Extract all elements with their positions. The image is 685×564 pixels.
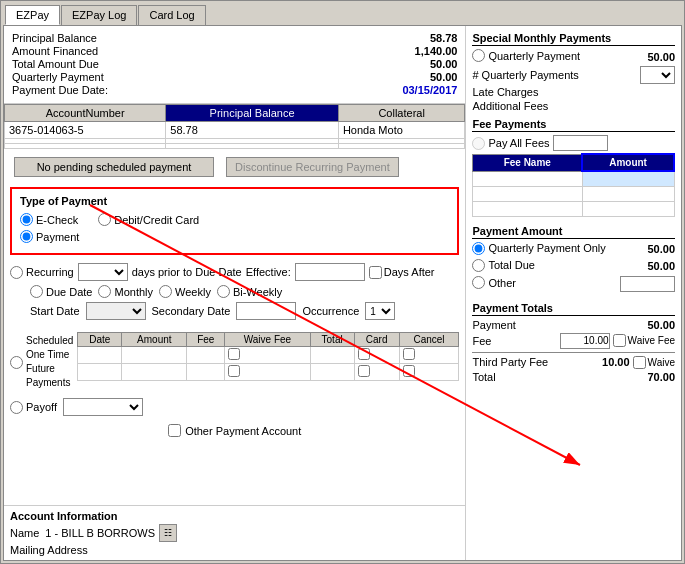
tab-card-log[interactable]: Card Log (138, 5, 205, 25)
waive-fee-checkbox[interactable] (613, 334, 626, 347)
sched-fee-1 (187, 347, 225, 364)
effective-text: Effective: (246, 266, 291, 278)
payoff-radio[interactable] (10, 401, 23, 414)
payment-due-date-value: 03/15/2017 (397, 84, 457, 96)
total-due-radio[interactable] (472, 259, 485, 272)
start-date-label: Start Date (30, 305, 80, 317)
payment-amount-title: Payment Amount (472, 225, 675, 239)
due-date-option[interactable]: Due Date (30, 285, 92, 298)
secondary-date-label: Secondary Date (152, 305, 231, 317)
sched-card-1[interactable] (354, 347, 399, 364)
tab-ezpay[interactable]: EZPay (5, 5, 60, 25)
account-table-area: AccountNumber Principal Balance Collater… (4, 104, 465, 149)
recurring-label: Recurring (26, 266, 74, 278)
cancel-cb-1[interactable] (403, 348, 415, 360)
sched-cancel-1[interactable] (399, 347, 459, 364)
payment-totals-section: Payment Totals Payment 50.00 Fee Waive F… (472, 302, 675, 385)
payment-option[interactable]: Payment (20, 230, 79, 243)
echeck-option[interactable]: E-Check (20, 213, 78, 226)
weekly-option[interactable]: Weekly (159, 285, 211, 298)
sched-card-2[interactable] (354, 364, 399, 381)
col-account-number: AccountNumber (5, 105, 166, 122)
waive-fee-label: Waive Fee (628, 335, 675, 346)
fee-payments-section: Fee Payments Pay All Fees Fee Name Amoun… (472, 118, 675, 221)
fee-row-3 (473, 201, 674, 216)
due-date-radio[interactable] (30, 285, 43, 298)
no-pending-button[interactable]: No pending scheduled payment (14, 157, 214, 177)
recurring-days-select[interactable] (78, 263, 128, 281)
discontinue-button[interactable]: Discontinue Recurring Payment (226, 157, 399, 177)
third-party-fee-label: Third Party Fee (472, 356, 548, 368)
sched-waive-1[interactable] (225, 347, 310, 364)
effective-date-input[interactable] (295, 263, 365, 281)
pay-all-fees-input[interactable] (553, 135, 608, 151)
third-party-fee-row: Third Party Fee 10.00 Waive (472, 356, 675, 369)
fee-row-2 (473, 186, 674, 201)
tab-ezpay-log[interactable]: EZPay Log (61, 5, 137, 25)
col-collateral: Collateral (338, 105, 465, 122)
quarterly-payments-hash-row: # Quarterly Payments (472, 66, 675, 84)
echeck-radio[interactable] (20, 213, 33, 226)
fee-amount-input[interactable] (560, 333, 610, 349)
echeck-label: E-Check (36, 214, 78, 226)
biweekly-radio[interactable] (217, 285, 230, 298)
payoff-select[interactable] (63, 398, 143, 416)
due-date-label: Due Date (46, 286, 92, 298)
debit-radio[interactable] (98, 213, 111, 226)
occurrence-select[interactable]: 1 (365, 302, 395, 320)
sched-cancel-2[interactable] (399, 364, 459, 381)
recurring-option[interactable]: Recurring (10, 266, 74, 279)
monthly-radio[interactable] (98, 285, 111, 298)
other-payment-checkbox[interactable] (168, 424, 181, 437)
card-cb-1[interactable] (358, 348, 370, 360)
col-principal-balance: Principal Balance (166, 105, 339, 122)
payment-total-row: Payment 50.00 (472, 319, 675, 331)
payoff-option[interactable]: Payoff (10, 401, 57, 414)
waive-fee-group: Waive Fee (613, 334, 675, 347)
pay-all-fees-radio[interactable] (472, 137, 485, 150)
weekly-radio[interactable] (159, 285, 172, 298)
quarterly-payments-hash-label: # Quarterly Payments (472, 69, 578, 81)
payment-radio[interactable] (20, 230, 33, 243)
days-after-option[interactable]: Days After (369, 266, 435, 279)
total-due-option[interactable]: Total Due (472, 259, 534, 272)
cancel-cb-2[interactable] (403, 365, 415, 377)
account-table: AccountNumber Principal Balance Collater… (4, 104, 465, 149)
other-amount-input[interactable] (620, 276, 675, 292)
scheduled-radio[interactable] (10, 356, 23, 369)
principal-balance-label: Principal Balance (12, 32, 97, 44)
account-grid-icon[interactable]: ☷ (159, 524, 177, 542)
other-amount-radio[interactable] (472, 276, 485, 289)
payoff-label: Payoff (26, 401, 57, 413)
quarterly-only-option[interactable]: Quarterly Payment Only (472, 242, 605, 255)
other-amount-option[interactable]: Other (472, 276, 516, 289)
days-after-checkbox[interactable] (369, 266, 382, 279)
special-monthly-title: Special Monthly Payments (472, 32, 675, 46)
card-cb-2[interactable] (358, 365, 370, 377)
quarterly-count-select[interactable] (640, 66, 675, 84)
cell-account-number: 3675-014063-5 (5, 122, 166, 139)
quarterly-radio-option[interactable]: Quarterly Payment (472, 49, 580, 62)
sched-fee-2 (187, 364, 225, 381)
biweekly-option[interactable]: Bi-Weekly (217, 285, 282, 298)
total-amount-due-value: 50.00 (397, 58, 457, 70)
waive2-checkbox[interactable] (633, 356, 646, 369)
secondary-date-input[interactable] (236, 302, 296, 320)
table-row: 3675-014063-5 58.78 Honda Moto (5, 122, 465, 139)
recurring-radio[interactable] (10, 266, 23, 279)
waive-fee-cb-1[interactable] (228, 348, 240, 360)
waive2-group: Waive (633, 356, 675, 369)
scheduled-option[interactable]: Scheduled One Time Future Payments (10, 334, 73, 390)
monthly-label: Monthly (114, 286, 153, 298)
quarterly-only-radio[interactable] (472, 242, 485, 255)
pay-all-fees-option[interactable]: Pay All Fees (472, 135, 675, 151)
sched-waive-2[interactable] (225, 364, 310, 381)
fee-amount-1[interactable] (582, 171, 674, 186)
cell-collateral: Honda Moto (338, 122, 465, 139)
start-date-select[interactable] (86, 302, 146, 320)
waive-fee-cb-2[interactable] (228, 365, 240, 377)
monthly-option[interactable]: Monthly (98, 285, 153, 298)
quarterly-special-radio[interactable] (472, 49, 485, 62)
debit-card-option[interactable]: Debit/Credit Card (98, 213, 199, 226)
sched-col-cancel: Cancel (399, 333, 459, 347)
